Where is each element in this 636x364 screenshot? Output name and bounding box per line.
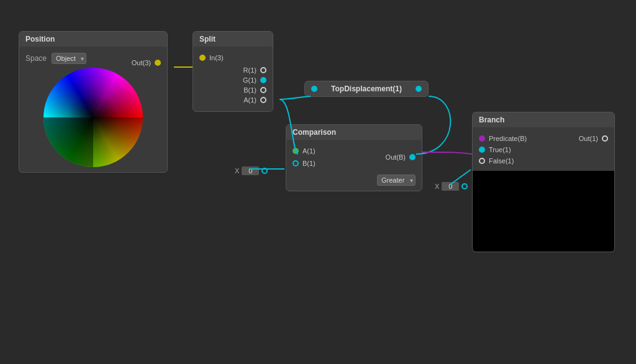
split-b-port-row: B(1) bbox=[199, 86, 266, 94]
comparison-a-port-row: A(1) bbox=[293, 147, 316, 155]
split-node-body: In(3) R(1) G(1) B(1) A(1) bbox=[193, 47, 273, 111]
topdisplacement-node: TopDisplacement(1) bbox=[304, 81, 429, 97]
comparison-x-input-group: X bbox=[235, 166, 268, 175]
comparison-title: Comparison bbox=[293, 128, 336, 137]
greater-dropdown-wrapper[interactable]: Greater Less Equal bbox=[377, 175, 416, 186]
split-a-port-row: A(1) bbox=[199, 96, 266, 104]
comparison-x-port[interactable] bbox=[261, 168, 268, 174]
comparison-x-input[interactable] bbox=[242, 166, 259, 175]
comparison-b-port[interactable] bbox=[293, 160, 299, 166]
branch-false-label: False(1) bbox=[489, 157, 514, 165]
split-g-label: G(1) bbox=[243, 76, 257, 84]
branch-node-header: Branch bbox=[473, 112, 614, 127]
split-a-label: A(1) bbox=[243, 96, 257, 104]
position-title: Position bbox=[25, 35, 55, 43]
split-b-port[interactable] bbox=[260, 87, 266, 93]
comparison-node-body: A(1) B(1) Out(B) Greater bbox=[286, 140, 422, 191]
position-node-body: Space Object Out(3) bbox=[19, 47, 167, 172]
split-b-label: B(1) bbox=[243, 86, 257, 94]
split-g-port-row: G(1) bbox=[199, 76, 266, 84]
branch-preview bbox=[473, 171, 614, 252]
branch-true-port[interactable] bbox=[479, 147, 485, 153]
split-r-label: R(1) bbox=[243, 66, 257, 74]
comparison-out-label: Out(B) bbox=[386, 153, 406, 161]
split-g-port[interactable] bbox=[260, 77, 266, 83]
topdisplacement-node-header: TopDisplacement(1) bbox=[305, 81, 428, 96]
position-out-port[interactable] bbox=[155, 60, 161, 66]
color-wheel-canvas bbox=[43, 68, 143, 167]
branch-x-input[interactable] bbox=[442, 182, 459, 191]
branch-node: Branch Predicate(B) True(1) False(1) bbox=[472, 112, 615, 252]
comparison-x-label: X bbox=[235, 167, 239, 175]
branch-predicate-port[interactable] bbox=[479, 135, 485, 142]
branch-false-port[interactable] bbox=[479, 158, 485, 164]
position-node: Position Space Object Out(3) bbox=[19, 31, 168, 173]
branch-true-port-row: True(1) bbox=[479, 146, 527, 153]
branch-x-input-group: X bbox=[435, 182, 468, 191]
branch-false-port-row: False(1) bbox=[479, 157, 527, 165]
position-out-port-row: Out(3) bbox=[25, 59, 161, 66]
branch-true-label: True(1) bbox=[489, 146, 511, 153]
comparison-node-header: Comparison bbox=[286, 125, 422, 140]
split-in-port-row: In(3) bbox=[199, 54, 266, 61]
comparison-out-port[interactable] bbox=[409, 154, 416, 160]
greater-dropdown[interactable]: Greater Less Equal bbox=[377, 175, 416, 186]
topdisplacement-in-port[interactable] bbox=[311, 86, 317, 92]
comparison-out-port-row: Out(B) bbox=[386, 153, 416, 161]
branch-node-body: Predicate(B) True(1) False(1) Out(1) bbox=[473, 127, 614, 252]
color-wheel bbox=[43, 68, 143, 167]
comparison-b-port-row: B(1) bbox=[293, 160, 316, 167]
position-node-header: Position bbox=[19, 32, 167, 47]
split-node: Split In(3) R(1) G(1) B(1) A(1) bbox=[193, 31, 273, 112]
position-out-label: Out(3) bbox=[132, 59, 151, 66]
split-a-port[interactable] bbox=[260, 97, 266, 103]
topdisplacement-title: TopDisplacement(1) bbox=[331, 84, 402, 93]
branch-out-port[interactable] bbox=[602, 135, 608, 142]
comparison-b-label: B(1) bbox=[302, 160, 316, 167]
comparison-node: Comparison A(1) B(1) Out(B) bbox=[286, 124, 422, 191]
split-r-port[interactable] bbox=[260, 67, 266, 73]
branch-predicate-port-row: Predicate(B) bbox=[479, 135, 527, 142]
branch-predicate-label: Predicate(B) bbox=[489, 135, 527, 142]
branch-x-label: X bbox=[435, 183, 439, 190]
split-in-port[interactable] bbox=[199, 55, 206, 61]
branch-out-label: Out(1) bbox=[579, 135, 598, 142]
split-in-label: In(3) bbox=[209, 54, 224, 61]
comparison-a-port[interactable] bbox=[293, 148, 299, 154]
branch-out-port-row: Out(1) bbox=[579, 135, 608, 142]
branch-x-port[interactable] bbox=[461, 183, 468, 189]
split-node-header: Split bbox=[193, 32, 273, 47]
split-title: Split bbox=[199, 35, 216, 43]
comparison-a-label: A(1) bbox=[302, 147, 316, 155]
branch-title: Branch bbox=[479, 116, 504, 124]
topdisplacement-out-port[interactable] bbox=[416, 86, 422, 92]
split-r-port-row: R(1) bbox=[199, 66, 266, 74]
